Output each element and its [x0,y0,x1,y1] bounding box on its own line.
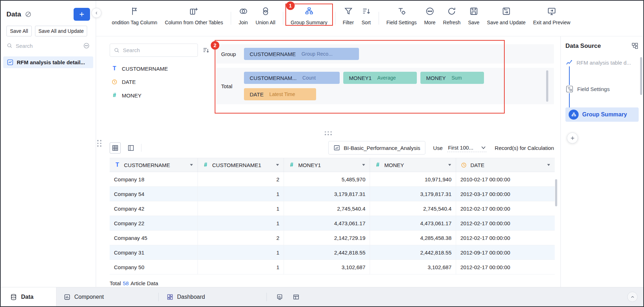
flow-node-field-settings[interactable]: Field Settings [565,85,639,93]
field-item-money[interactable]: # MONEY [110,89,203,102]
column-header-customername1[interactable]: # CUSTOMERNAME1 [198,158,284,172]
save-all-update-button[interactable]: Save All and Update [35,26,88,36]
table-row[interactable]: Company 42 1 2,745,540.4 2,745,540.4 201… [110,201,554,216]
add-dataset-button[interactable] [74,8,90,21]
total-chip-customername-count[interactable]: CUSTOMERNAM... Count [244,72,340,84]
tab-data[interactable]: Data [1,287,56,306]
bottom-bar-rest: Component Dashboard [56,287,643,306]
table-row[interactable]: Company 54 1 3,179,817.31 3,179,817.31 2… [110,187,554,201]
chart-widget-icon[interactable] [276,293,283,301]
collapse-sidebar-button[interactable] [91,8,101,18]
toolbar-item-save-and-update[interactable]: Save and Update [487,6,525,25]
text-icon: T [114,162,121,168]
sidebar-search-input[interactable] [16,43,80,49]
grid-view-button[interactable] [110,142,121,154]
table-cell: Company 31 [110,245,198,260]
toolbar-item-filter[interactable]: Filter [343,6,354,25]
column-header-money1[interactable]: # MONEY1 [284,158,370,172]
sidebar-scrollbar[interactable] [640,57,642,95]
field-settings-icon [397,6,406,16]
text-icon: T [111,65,118,72]
table-row[interactable]: Company 31 1 2,442,818.55 2,442,818.55 2… [110,245,554,260]
total-chip-money-sum[interactable]: MONEY Sum [420,72,484,84]
manage-icon[interactable] [25,11,32,18]
tab-component[interactable]: Component [64,293,104,301]
main-content: T CUSTOMERNAME DATE [96,36,560,287]
number-icon: # [202,162,209,168]
flow-node-group-summary[interactable]: Group Summary [565,107,639,122]
total-chip-date-latest-time[interactable]: DATE Latest Time [244,88,316,100]
field-item-date[interactable]: DATE [110,75,203,89]
group-row-label: Group [216,51,244,57]
column-dropdown-icon[interactable] [547,163,550,166]
tab-dashboard[interactable]: Dashboard [166,293,205,301]
table-row[interactable]: Company 50 1 3,102,687 3,102,687 2012-02… [110,260,554,275]
toolbar-item-column-from-other-tables[interactable]: Column from Other Tables [165,6,223,25]
total-chip-money1-average[interactable]: MONEY1 Average [343,72,417,84]
bottom-bar-separator [158,293,159,301]
toolbar-item-field-settings[interactable]: Field Settings [386,6,417,25]
layout-icon[interactable] [631,42,639,50]
toolbar-item-more[interactable]: More [424,6,435,25]
toolbar-separator [335,12,335,25]
column-header-money[interactable]: # MONEY [370,158,456,172]
toolbar-item-exit-and-preview[interactable]: Exit and Preview [533,6,570,25]
table-cell: 4,285,458.38 [370,231,456,245]
toolbar-item-group-summary[interactable]: 1 Group Summary [291,6,328,25]
tag-column-icon [130,6,139,16]
table-body: Company 18 2 5,485,970 10,971,940 2010-0… [110,172,554,275]
toolbar-item-save[interactable]: Save [468,6,479,25]
group-summary-config: 2 Group CUSTOMERNAME Group Reco... [216,44,554,129]
save-all-button[interactable]: Save All [6,26,32,36]
flow-node-source-table[interactable]: RFM analysis table d... [565,59,639,66]
records-dropdown[interactable]: First 100... [447,144,486,152]
field-search [110,44,198,57]
field-search-input[interactable] [123,47,194,53]
form-view-button[interactable] [125,142,136,154]
table-cell: 1 [198,216,284,231]
toolbar-item-refresh[interactable]: Refresh [443,6,460,25]
total-count: 58 [123,280,129,286]
column-dropdown-icon[interactable] [190,163,193,166]
dataset-chart-icon [333,144,340,151]
table-cell: 5,485,970 [284,172,370,187]
pane-resize-handle[interactable] [96,129,560,138]
layout-widget-icon[interactable] [293,293,300,301]
sidebar-item-rfm-table[interactable]: RFM analysis table detail... [3,56,93,68]
toolbar-item-union-all[interactable]: Union All [256,6,275,25]
column-header-customername[interactable]: T CUSTOMERNAME [110,158,198,172]
column-header-date[interactable]: DATE [456,158,555,172]
toolbar-item-condition-tag-column[interactable]: ondition Tag Column [112,6,157,25]
table-cell: 1 [198,245,284,260]
column-dropdown-icon[interactable] [276,163,279,166]
collapse-bottom-bar-button[interactable] [627,292,638,302]
add-step-button[interactable] [567,132,578,144]
column-dropdown-icon[interactable] [362,163,365,166]
table-cell: 4,473,061.17 [284,216,370,231]
table-row[interactable]: Company 18 2 5,485,970 10,971,940 2010-0… [110,172,554,187]
field-item-customername[interactable]: T CUSTOMERNAME [110,62,203,75]
column-other-tables-icon [189,6,199,16]
data-table: T CUSTOMERNAME # CUSTOMERNAME1 # [110,158,554,275]
table-cell: 2,745,540.4 [370,201,456,216]
dataset-button[interactable]: BI-Basic_Performance_Analysis [328,141,425,155]
sort-fields-icon[interactable] [202,46,210,54]
table-scrollbar[interactable] [555,179,557,206]
app-window: Data Save All Save All and Update [0,0,644,307]
toolbar-item-join[interactable]: Join [239,6,248,25]
table-cell: 1 [198,187,284,201]
table-cell: 3,102,687 [284,260,370,275]
database-icon [10,293,17,301]
save-update-icon [501,6,511,16]
total-row-label: Total [216,83,244,89]
table-cell: 2012-02-17 00:00:00 [456,216,555,231]
toolbar-item-sort[interactable]: Sort [361,6,371,25]
sidebar-resize-handle[interactable] [97,140,101,147]
table-row[interactable]: Companay 45 2 2,142,729.19 4,285,458.38 … [110,231,554,245]
config-scrollbar[interactable] [546,70,548,102]
column-dropdown-icon[interactable] [448,163,451,166]
group-chip-customername[interactable]: CUSTOMERNAME Group Reco... [244,48,359,60]
table-cell: 2012-03-17 00:00:00 [456,187,555,201]
table-row[interactable]: Company 22 1 4,473,061.17 4,473,061.17 2… [110,216,554,231]
more-options-icon[interactable] [83,42,90,49]
